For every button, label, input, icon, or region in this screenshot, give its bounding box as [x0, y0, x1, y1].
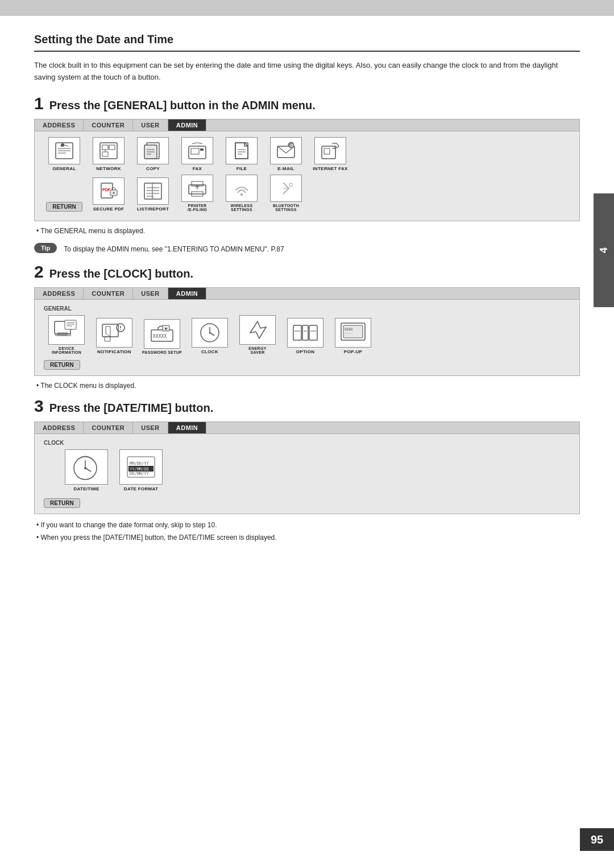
- svg-rect-33: [144, 183, 161, 199]
- icon-fax[interactable]: FAX: [177, 137, 218, 171]
- icon-date-time-box: [65, 449, 108, 485]
- icon-energy-saver[interactable]: ENERGYSAVER: [235, 315, 280, 354]
- icon-notification[interactable]: NOTIFICATION: [92, 318, 137, 354]
- icon-date-time[interactable]: DATE/TIME: [61, 449, 112, 491]
- energy-saver-icon: [243, 318, 272, 342]
- icon-email-box: @: [270, 137, 302, 164]
- icon-password-setup-box: XXXXX: [144, 319, 180, 349]
- icon-file-box: [226, 137, 258, 164]
- svg-rect-17: [191, 148, 199, 154]
- icon-date-format[interactable]: MM/DD/YY YY/MM/DD DD/MM/YY DATE FORMAT: [115, 449, 167, 491]
- svg-text:----: ----: [345, 331, 352, 335]
- page-container: 4 95 Setting the Date and Time The clock…: [0, 0, 614, 868]
- svg-rect-53: [105, 337, 110, 341]
- page-number: 95: [591, 833, 603, 846]
- step3-note-1: If you want to change the date format on…: [36, 520, 580, 530]
- icon-clock[interactable]: CLOCK: [187, 318, 233, 354]
- step3-tab-bar: ADDRESS COUNTER USER ADMIN: [35, 422, 579, 434]
- step2-title: Press the [CLOCK] button.: [49, 267, 193, 280]
- svg-rect-48: [65, 320, 76, 329]
- icon-wireless-settings[interactable]: WIRELESSSETTINGS: [221, 175, 262, 212]
- wireless-settings-icon: [231, 178, 252, 199]
- icon-password-setup[interactable]: XXXXX PASSWORD SETUP: [139, 319, 185, 354]
- icon-email[interactable]: @ E-MAIL: [265, 137, 306, 171]
- step2-tab-user[interactable]: USER: [133, 288, 168, 299]
- intro-text: The clock built in to this equipment can…: [34, 60, 580, 84]
- file-icon: [231, 140, 252, 161]
- icon-email-label: E-MAIL: [277, 166, 294, 171]
- svg-point-32: [113, 192, 115, 193]
- icon-option-label: OPTION: [296, 349, 314, 354]
- svg-rect-8: [102, 152, 108, 156]
- step3-tab-admin[interactable]: ADMIN: [168, 422, 207, 433]
- step1-note: The GENERAL menu is displayed.: [36, 227, 580, 235]
- icon-file-label: FILE: [237, 166, 247, 171]
- return-button-2[interactable]: RETURN: [44, 360, 80, 370]
- step2-ui-content: GENERAL: [35, 300, 579, 375]
- svg-rect-66: [302, 325, 308, 340]
- icon-network[interactable]: NETWORK: [88, 137, 129, 171]
- icon-option[interactable]: OPTION: [283, 318, 328, 354]
- return-button-3[interactable]: RETURN: [44, 498, 80, 508]
- icon-list-report[interactable]: LIST/REPORT: [132, 177, 173, 212]
- icon-notification-box: [96, 318, 132, 348]
- icon-energy-saver-box: [239, 315, 276, 345]
- step3-tab-counter[interactable]: COUNTER: [84, 422, 133, 433]
- icon-device-info[interactable]: DEVICEINFORMATION: [44, 315, 89, 354]
- list-report-icon: [142, 181, 164, 201]
- icon-copy-box: [137, 137, 169, 164]
- step3-ui-content: CLOCK DATE/TIME: [35, 434, 579, 514]
- icon-secure-pdf-box: PDF: [93, 177, 125, 205]
- icon-notification-label: NOTIFICATION: [97, 349, 131, 354]
- step2-icons-row: DEVICEINFORMATION: [44, 315, 570, 354]
- svg-text:8888: 8888: [345, 327, 353, 331]
- icon-printer-efiling[interactable]: PRINTER/E-FILING: [177, 175, 218, 212]
- svg-rect-27: [324, 148, 330, 154]
- step2-note: The CLOCK menu is displayed.: [36, 382, 580, 390]
- icon-copy[interactable]: COPY: [132, 137, 173, 171]
- date-format-icon: MM/DD/YY YY/MM/DD DD/MM/YY: [124, 452, 158, 482]
- icon-popup-box: 8888 ----: [335, 318, 371, 348]
- icon-popup[interactable]: 8888 ---- POP-UP: [330, 318, 376, 354]
- svg-rect-65: [293, 325, 301, 340]
- icon-general-box: [48, 137, 80, 164]
- icon-general[interactable]: GENERAL: [44, 137, 85, 171]
- step3-icons-row: DATE/TIME MM/DD/YY YY/MM/DD DD/MM/YY: [61, 449, 570, 491]
- svg-point-64: [209, 332, 211, 333]
- icon-internet-fax-box: [314, 137, 346, 164]
- return-button-1[interactable]: RETURN: [46, 202, 82, 212]
- svg-text:YY/MM/DD: YY/MM/DD: [130, 467, 149, 472]
- icon-return-1[interactable]: RETURN: [44, 200, 85, 212]
- icon-popup-label: POP-UP: [344, 349, 362, 354]
- icon-network-label: NETWORK: [96, 166, 121, 171]
- step2-tab-counter[interactable]: COUNTER: [84, 288, 133, 299]
- fax-icon: [186, 140, 208, 161]
- step2-tab-admin[interactable]: ADMIN: [168, 288, 207, 299]
- icon-printer-efiling-label: PRINTER/E-FILING: [188, 204, 208, 212]
- tab-counter[interactable]: COUNTER: [84, 119, 133, 131]
- section-title: Setting the Date and Time: [34, 33, 580, 52]
- icon-date-time-label: DATE/TIME: [73, 486, 99, 491]
- step3-tab-address[interactable]: ADDRESS: [35, 422, 84, 433]
- icon-wireless-settings-box: [226, 175, 258, 202]
- step2-tab-address[interactable]: ADDRESS: [35, 288, 84, 299]
- network-icon: [98, 140, 119, 161]
- step1-header: 1 Press the [GENERAL] button in the ADMI…: [34, 95, 580, 112]
- internet-fax-icon: [320, 140, 341, 161]
- icon-copy-label: COPY: [146, 166, 160, 171]
- tab-address[interactable]: ADDRESS: [35, 119, 84, 131]
- icon-secure-pdf-label: SECURE PDF: [93, 206, 125, 212]
- icon-internet-fax[interactable]: INTERNET FAX: [310, 137, 351, 171]
- tab-user[interactable]: USER: [133, 119, 168, 131]
- step3-number: 3: [34, 398, 44, 415]
- svg-rect-6: [102, 145, 108, 150]
- icon-file[interactable]: FILE: [221, 137, 262, 171]
- step3-tab-user[interactable]: USER: [133, 422, 168, 433]
- step2-number: 2: [34, 263, 44, 280]
- icon-bluetooth-settings[interactable]: BluetoothSETTINGS: [265, 175, 306, 212]
- icon-device-info-label: DEVICEINFORMATION: [52, 346, 81, 354]
- icon-secure-pdf[interactable]: PDF SECURE PDF: [88, 177, 129, 212]
- tip-box: Tip To display the ADMIN menu, see "1.EN…: [34, 243, 580, 254]
- svg-text:DD/MM/YY: DD/MM/YY: [130, 472, 150, 476]
- tab-admin[interactable]: ADMIN: [168, 119, 207, 131]
